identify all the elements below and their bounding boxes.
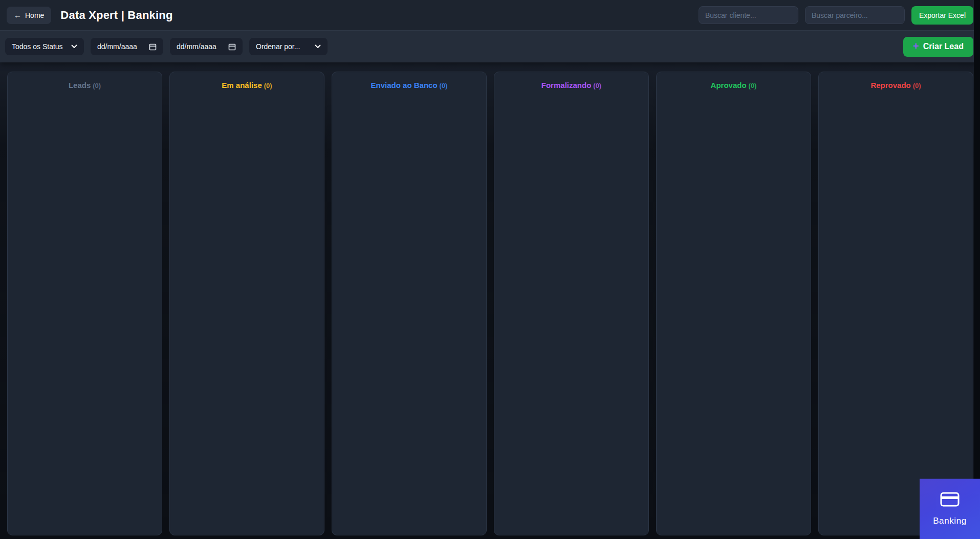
- date-from-value: dd/mm/aaaa: [97, 42, 137, 51]
- status-filter-value: Todos os Status: [12, 42, 63, 51]
- column-reprovado[interactable]: Reprovado(0): [818, 72, 973, 535]
- column-count: (0): [264, 82, 272, 89]
- column-em-analise[interactable]: Em análise(0): [169, 72, 324, 535]
- column-enviado-ao-banco[interactable]: Enviado ao Banco(0): [332, 72, 487, 535]
- banking-widget-button[interactable]: Banking: [920, 479, 980, 539]
- home-button[interactable]: ← Home: [7, 7, 51, 24]
- status-filter-select[interactable]: Todos os Status: [5, 38, 84, 55]
- create-lead-button[interactable]: + Criar Lead: [903, 37, 973, 57]
- column-title: Leads: [69, 81, 91, 89]
- column-count: (0): [93, 82, 101, 89]
- column-title: Formalizando: [541, 81, 592, 89]
- back-arrow-icon: ←: [14, 11, 21, 19]
- column-formalizando[interactable]: Formalizando(0): [494, 72, 649, 535]
- date-to-value: dd/mm/aaaa: [177, 42, 216, 51]
- column-count: (0): [440, 82, 448, 89]
- calendar-icon[interactable]: [149, 43, 157, 51]
- page-title: Data Xpert | Banking: [60, 9, 172, 22]
- column-aprovado[interactable]: Aprovado(0): [656, 72, 811, 535]
- column-count: (0): [749, 82, 757, 89]
- filter-bar: Todos os Status dd/mm/aaaa dd/mm/aaaa Or…: [0, 31, 980, 62]
- create-lead-label: Criar Lead: [923, 42, 964, 51]
- calendar-icon[interactable]: [228, 43, 236, 51]
- search-partner-input[interactable]: [805, 6, 905, 24]
- column-count: (0): [593, 82, 601, 89]
- column-title: Em análise: [222, 81, 262, 89]
- search-client-input[interactable]: [699, 6, 798, 24]
- credit-card-icon: [940, 492, 960, 509]
- column-title: Reprovado: [870, 81, 910, 89]
- kanban-board: Leads(0) Em análise(0) Enviado ao Banco(…: [0, 62, 980, 539]
- chevron-down-icon: [71, 44, 77, 49]
- column-title: Enviado ao Banco: [371, 81, 438, 89]
- column-leads[interactable]: Leads(0): [7, 72, 162, 535]
- column-count: (0): [913, 82, 921, 89]
- date-from-input[interactable]: dd/mm/aaaa: [91, 38, 163, 55]
- vertical-scrollbar-track[interactable]: [974, 0, 980, 539]
- chevron-down-icon: [315, 44, 321, 49]
- sort-select[interactable]: Ordenar por...: [249, 38, 328, 55]
- sort-select-value: Ordenar por...: [256, 42, 300, 51]
- app-header: ← Home Data Xpert | Banking Exportar Exc…: [0, 0, 980, 31]
- export-excel-button[interactable]: Exportar Excel: [911, 6, 973, 25]
- banking-widget-label: Banking: [933, 516, 967, 526]
- home-button-label: Home: [25, 11, 44, 19]
- plus-icon: +: [913, 41, 919, 51]
- column-title: Aprovado: [711, 81, 747, 89]
- date-to-input[interactable]: dd/mm/aaaa: [170, 38, 243, 55]
